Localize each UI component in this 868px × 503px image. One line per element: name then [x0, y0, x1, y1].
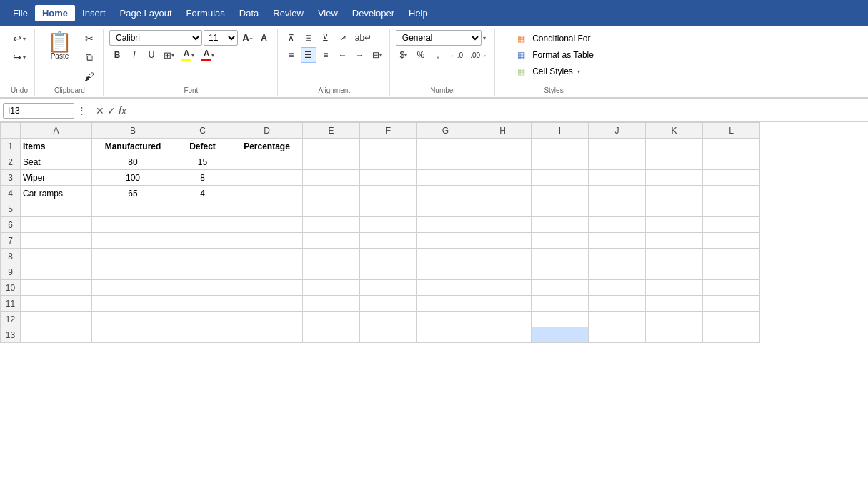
cell-L8[interactable]	[703, 249, 760, 264]
cell-F12[interactable]	[360, 312, 417, 327]
cell-C4[interactable]: 4	[174, 186, 231, 201]
cell-E9[interactable]	[303, 264, 360, 280]
cell-A10[interactable]	[21, 280, 92, 296]
cell-F3[interactable]	[360, 170, 417, 186]
col-header-f[interactable]: F	[360, 123, 417, 139]
row-header-7[interactable]: 7	[1, 233, 21, 249]
cell-D9[interactable]	[231, 264, 303, 280]
col-header-d[interactable]: D	[231, 123, 303, 139]
cell-E13[interactable]	[303, 327, 360, 343]
row-header-13[interactable]: 13	[1, 327, 21, 343]
cell-K4[interactable]	[646, 186, 703, 201]
menu-page-layout[interactable]: Page Layout	[113, 5, 179, 21]
cell-E5[interactable]	[303, 201, 360, 217]
merge-button[interactable]: ⊟ ▾	[369, 47, 385, 63]
cell-A9[interactable]	[21, 264, 92, 280]
cell-L3[interactable]	[703, 170, 760, 186]
cell-C2[interactable]: 15	[174, 154, 231, 170]
cell-L5[interactable]	[703, 201, 760, 217]
cell-A3[interactable]: Wiper	[21, 170, 92, 186]
cell-D11[interactable]	[231, 296, 303, 312]
cell-G12[interactable]	[417, 312, 474, 327]
cell-K9[interactable]	[646, 264, 703, 280]
align-right-button[interactable]: ≡	[318, 47, 334, 63]
row-header-2[interactable]: 2	[1, 154, 21, 170]
comma-button[interactable]: ,	[430, 47, 446, 63]
cell-D10[interactable]	[231, 280, 303, 296]
menu-home[interactable]: Home	[35, 5, 75, 21]
menu-developer[interactable]: Developer	[345, 5, 401, 21]
cell-F2[interactable]	[360, 154, 417, 170]
cell-E11[interactable]	[303, 296, 360, 312]
menu-help[interactable]: Help	[401, 5, 435, 21]
font-grow-button[interactable]: A+	[239, 30, 256, 46]
cell-C11[interactable]	[174, 296, 231, 312]
cell-J7[interactable]	[589, 233, 646, 249]
undo-button[interactable]: ↩ ▾	[9, 30, 30, 47]
sheet-container[interactable]: A B C D E F G H I J K L 1ItemsManufactur…	[0, 122, 868, 343]
cell-E10[interactable]	[303, 280, 360, 296]
cell-G13[interactable]	[417, 327, 474, 343]
align-top-button[interactable]: ⊼	[284, 30, 299, 46]
fill-color-button[interactable]: A ▾	[179, 47, 197, 63]
row-header-10[interactable]: 10	[1, 280, 21, 296]
cell-I10[interactable]	[532, 280, 589, 296]
col-header-e[interactable]: E	[303, 123, 360, 139]
menu-file[interactable]: File	[6, 5, 35, 21]
cell-L10[interactable]	[703, 280, 760, 296]
col-header-h[interactable]: H	[474, 123, 532, 139]
cell-B8[interactable]	[92, 249, 174, 264]
cell-H10[interactable]	[474, 280, 532, 296]
row-header-9[interactable]: 9	[1, 264, 21, 280]
cell-J13[interactable]	[589, 327, 646, 343]
redo-button[interactable]: ↪ ▾	[9, 49, 30, 66]
cell-F6[interactable]	[360, 217, 417, 233]
cell-K13[interactable]	[646, 327, 703, 343]
col-header-a[interactable]: A	[21, 123, 92, 139]
row-header-8[interactable]: 8	[1, 249, 21, 264]
cell-I11[interactable]	[532, 296, 589, 312]
font-family-select[interactable]: Calibri	[109, 30, 202, 46]
cell-G3[interactable]	[417, 170, 474, 186]
cell-J9[interactable]	[589, 264, 646, 280]
cell-L7[interactable]	[703, 233, 760, 249]
cell-C6[interactable]	[174, 217, 231, 233]
cell-D12[interactable]	[231, 312, 303, 327]
cell-K10[interactable]	[646, 280, 703, 296]
cell-A7[interactable]	[21, 233, 92, 249]
align-bottom-button[interactable]: ⊻	[318, 30, 334, 46]
cell-F7[interactable]	[360, 233, 417, 249]
wrap-text-button[interactable]: ab↵	[352, 30, 374, 46]
cell-K3[interactable]	[646, 170, 703, 186]
cancel-formula-button[interactable]: ✕	[96, 105, 104, 116]
cell-J2[interactable]	[589, 154, 646, 170]
cell-E12[interactable]	[303, 312, 360, 327]
row-header-4[interactable]: 4	[1, 186, 21, 201]
cut-button[interactable]: ✂	[80, 30, 99, 47]
cell-C7[interactable]	[174, 233, 231, 249]
cell-H3[interactable]	[474, 170, 532, 186]
paste-button[interactable]: 📋 Paste	[41, 30, 79, 85]
row-header-12[interactable]: 12	[1, 312, 21, 327]
cell-G6[interactable]	[417, 217, 474, 233]
cell-H11[interactable]	[474, 296, 532, 312]
font-size-select[interactable]: 11	[204, 30, 238, 46]
decrease-decimal-button[interactable]: ←.0	[447, 47, 466, 63]
cell-L9[interactable]	[703, 264, 760, 280]
cell-H9[interactable]	[474, 264, 532, 280]
menu-insert[interactable]: Insert	[75, 5, 113, 21]
cell-D7[interactable]	[231, 233, 303, 249]
cell-J10[interactable]	[589, 280, 646, 296]
menu-formulas[interactable]: Formulas	[179, 5, 232, 21]
cell-A2[interactable]: Seat	[21, 154, 92, 170]
cell-H6[interactable]	[474, 217, 532, 233]
cell-J8[interactable]	[589, 249, 646, 264]
cell-A13[interactable]	[21, 327, 92, 343]
cell-I12[interactable]	[532, 312, 589, 327]
cell-J6[interactable]	[589, 217, 646, 233]
cell-G11[interactable]	[417, 296, 474, 312]
cell-J3[interactable]	[589, 170, 646, 186]
formula-input[interactable]	[136, 103, 865, 119]
col-header-b[interactable]: B	[92, 123, 174, 139]
menu-data[interactable]: Data	[232, 5, 266, 21]
